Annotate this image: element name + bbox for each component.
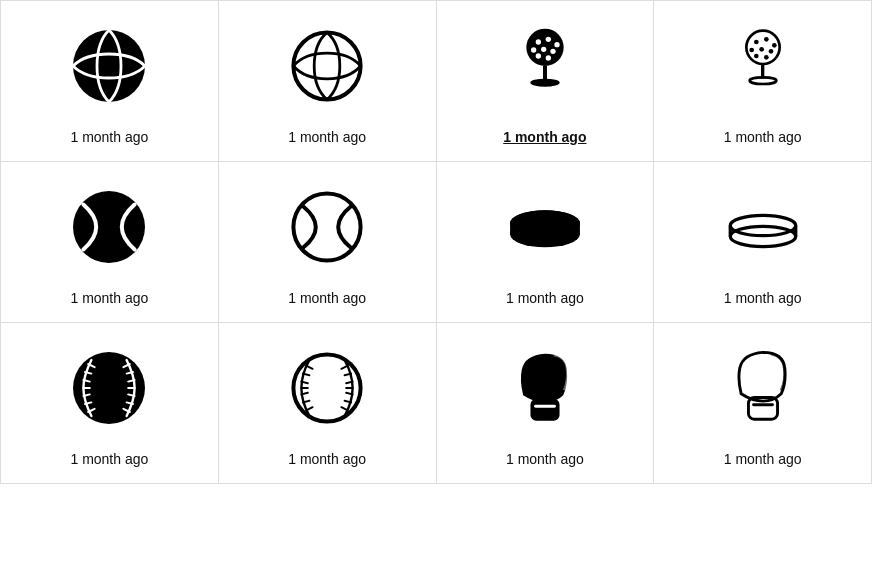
svg-point-9 — [536, 53, 541, 58]
hockey-puck-filled-icon — [500, 182, 590, 272]
svg-rect-37 — [534, 405, 556, 408]
grid-cell-basketball-filled[interactable]: 1 month ago — [1, 1, 219, 162]
svg-rect-11 — [543, 66, 547, 81]
grid-cell-golf-filled[interactable]: 1 month ago — [437, 1, 655, 162]
grid-cell-hockey-puck-filled[interactable]: 1 month ago — [437, 162, 655, 323]
grid-cell-basketball-outline[interactable]: 1 month ago — [219, 1, 437, 162]
svg-point-23 — [749, 77, 776, 84]
svg-point-14 — [754, 40, 759, 45]
timestamp-baseball-filled: 1 month ago — [70, 451, 148, 467]
basketball-filled-icon — [64, 21, 154, 111]
timestamp-hockey-puck-outline: 1 month ago — [724, 290, 802, 306]
grid-cell-boxing-glove-outline[interactable]: 1 month ago — [654, 323, 872, 484]
timestamp-boxing-glove-filled: 1 month ago — [506, 451, 584, 467]
timestamp-golf-outline: 1 month ago — [724, 129, 802, 145]
timestamp-basketball-filled: 1 month ago — [70, 129, 148, 145]
timestamp-golf-filled: 1 month ago — [503, 129, 586, 145]
svg-point-24 — [73, 191, 145, 263]
svg-point-16 — [772, 43, 777, 48]
grid-cell-hockey-puck-outline[interactable]: 1 month ago — [654, 162, 872, 323]
timestamp-baseball-outline: 1 month ago — [288, 451, 366, 467]
svg-point-29 — [510, 210, 580, 236]
boxing-glove-outline-icon — [718, 343, 808, 433]
boxing-glove-filled-icon — [500, 343, 590, 433]
baseball-outline-icon — [282, 343, 372, 433]
golf-filled-icon — [500, 21, 590, 111]
svg-point-21 — [764, 55, 769, 60]
svg-rect-39 — [752, 403, 774, 406]
timestamp-tennis-filled: 1 month ago — [70, 290, 148, 306]
timestamp-boxing-glove-outline: 1 month ago — [724, 451, 802, 467]
golf-outline-icon — [718, 21, 808, 111]
svg-point-10 — [546, 55, 551, 60]
svg-point-19 — [768, 49, 773, 54]
svg-point-18 — [759, 47, 764, 52]
svg-point-8 — [550, 49, 555, 54]
grid-cell-baseball-outline[interactable]: 1 month ago — [219, 323, 437, 484]
grid-cell-boxing-glove-filled[interactable]: 1 month ago — [437, 323, 655, 484]
svg-point-15 — [764, 37, 769, 42]
tennis-filled-icon — [64, 182, 154, 272]
svg-point-25 — [294, 193, 361, 260]
baseball-filled-icon — [64, 343, 154, 433]
grid-cell-golf-outline[interactable]: 1 month ago — [654, 1, 872, 162]
svg-point-1 — [294, 32, 361, 99]
timestamp-hockey-puck-filled: 1 month ago — [506, 290, 584, 306]
grid-cell-tennis-filled[interactable]: 1 month ago — [1, 162, 219, 323]
svg-point-20 — [754, 54, 759, 59]
svg-point-12 — [530, 79, 559, 87]
svg-point-3 — [536, 39, 541, 44]
svg-point-4 — [546, 37, 551, 42]
svg-point-5 — [554, 42, 559, 47]
grid-cell-baseball-filled[interactable]: 1 month ago — [1, 323, 219, 484]
icon-grid: 1 month ago 1 month ago 1 month ago 1 mo… — [0, 0, 872, 484]
hockey-puck-outline-icon — [718, 182, 808, 272]
tennis-outline-icon — [282, 182, 372, 272]
svg-point-17 — [749, 48, 754, 53]
timestamp-tennis-outline: 1 month ago — [288, 290, 366, 306]
svg-point-6 — [531, 47, 536, 52]
svg-point-7 — [541, 47, 546, 52]
svg-point-0 — [73, 30, 145, 102]
basketball-outline-icon — [282, 21, 372, 111]
grid-cell-tennis-outline[interactable]: 1 month ago — [219, 162, 437, 323]
timestamp-basketball-outline: 1 month ago — [288, 129, 366, 145]
